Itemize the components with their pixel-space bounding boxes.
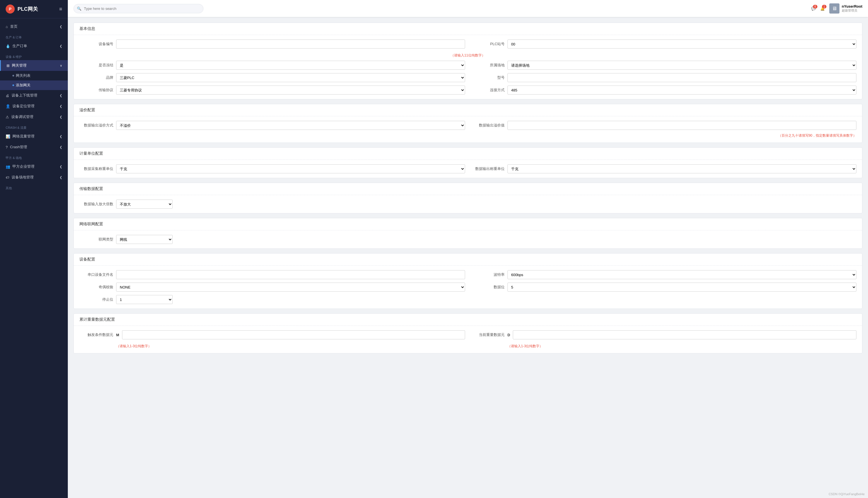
sidebar-item-site-mgmt[interactable]: 🏷 设备场地管理 ❮ xyxy=(0,172,68,183)
label-protocol: 传输协议 xyxy=(79,88,113,93)
dot-add-gateway xyxy=(12,84,14,86)
section-unit-title: 计量单位配置 xyxy=(74,148,862,160)
sidebar-sub-gateway-list[interactable]: 网关列表 xyxy=(0,71,68,80)
label-overflow-method: 数据输出溢价方式 xyxy=(79,123,113,128)
sidebar-arrow-production: ❮ xyxy=(60,44,62,48)
section-title-client: 甲方 & 场地 xyxy=(0,153,68,161)
select-collect-unit[interactable]: 千克克磅 xyxy=(116,164,465,173)
section-device-config-body: 串口设备文件名 波特率 600bps1200bps2400bps4800bps9… xyxy=(74,266,862,309)
section-overflow-title: 溢价配置 xyxy=(74,104,862,116)
select-frozen[interactable]: 是否 xyxy=(116,61,465,70)
form-row-network: 联网类型 网线4GWiFi xyxy=(79,235,856,244)
form-row-1: 设备编号 PLC站号 000102 xyxy=(79,40,856,49)
col-site: 所属场地 请选择场地 xyxy=(471,61,856,70)
sidebar-item-gateway-mgmt[interactable]: ⊞ 网关管理 ∨ xyxy=(0,60,68,71)
sidebar-item-production-label: 生产订单 xyxy=(12,43,58,49)
select-network-type[interactable]: 网线4GWiFi xyxy=(116,235,173,244)
sidebar-item-client-mgmt[interactable]: 👥 甲方企业管理 ❮ xyxy=(0,161,68,172)
client-mgmt-icon: 👥 xyxy=(6,165,10,169)
label-overflow-value: 数据输出溢价值 xyxy=(471,123,505,128)
notification-button[interactable]: 🔔 1 xyxy=(820,6,825,11)
sidebar-item-home-label: 首页 xyxy=(10,24,58,29)
select-protocol[interactable]: 三菱专用协议Modbus xyxy=(116,86,465,95)
select-overflow-method[interactable]: 不溢价百分比指定数量 xyxy=(116,121,465,130)
section-title-crash: CRASH & 流量 xyxy=(0,122,68,131)
sidebar-arrow-home: ❮ xyxy=(60,25,62,28)
label-plc-station: PLC站号 xyxy=(471,41,505,47)
input-device-code[interactable] xyxy=(116,40,465,49)
select-baud-rate[interactable]: 600bps1200bps2400bps4800bps9600bps xyxy=(508,270,856,279)
col-output-unit: 数据输出称重单位 千克克磅 xyxy=(471,164,856,173)
label-network-type: 联网类型 xyxy=(79,237,113,242)
label-site: 所属场地 xyxy=(471,63,505,68)
input-overflow-value[interactable] xyxy=(508,121,856,130)
hint-overflow: （百分之九十请填写90，指定数量请填写具体数字） xyxy=(778,133,856,138)
label-model: 型号 xyxy=(471,75,505,80)
sidebar-arrow-client: ❮ xyxy=(60,165,62,169)
sidebar-item-device-position-label: 设备定位管理 xyxy=(12,104,58,109)
select-brand[interactable]: 三菱PLC西门子欧姆龙 xyxy=(116,73,465,82)
sidebar-arrow-site: ❮ xyxy=(60,175,62,179)
col-connection: 连接方式 485232以太网 xyxy=(471,86,856,95)
message-button[interactable]: 💬 8 xyxy=(811,6,816,11)
network-flow-icon: 📊 xyxy=(6,134,10,139)
select-output-unit[interactable]: 千克克磅 xyxy=(508,164,856,173)
form-row-device-3: 停止位 12 xyxy=(79,295,856,304)
form-row-unit: 数据采集称重单位 千克克磅 数据输出称重单位 千克克磅 xyxy=(79,164,856,173)
form-row-4: 传输协议 三菱专用协议Modbus 连接方式 485232以太网 xyxy=(79,86,856,95)
crash-icon: ? xyxy=(6,145,8,149)
section-title-other: 其他 xyxy=(0,183,68,192)
input-serial-filename[interactable] xyxy=(116,270,465,279)
search-input[interactable] xyxy=(74,4,203,13)
select-connection[interactable]: 485232以太网 xyxy=(508,86,856,95)
sidebar-item-crash-label: Crash管理 xyxy=(10,145,58,149)
input-weight-element[interactable] xyxy=(513,330,856,339)
user-info[interactable]: 🖥 nYuserRoot 超级管理员 xyxy=(829,3,862,14)
sidebar-item-production-order[interactable]: 💧 生产订单 ❮ xyxy=(0,41,68,51)
menu-toggle-button[interactable]: ≡ xyxy=(59,6,62,12)
sidebar-item-network-flow-label: 网络流量管理 xyxy=(12,134,58,139)
sidebar-sub-add-gateway[interactable]: 添加网关 xyxy=(0,80,68,90)
select-data-bits[interactable]: 5678 xyxy=(508,283,856,292)
sidebar-item-device-online[interactable]: 🖨 设备上下线管理 ❮ xyxy=(0,90,68,101)
input-model[interactable] xyxy=(508,73,856,82)
select-stop-bits[interactable]: 12 xyxy=(116,295,173,304)
user-avatar: 🖥 xyxy=(829,3,840,14)
input-trigger-element[interactable] xyxy=(122,330,465,339)
site-mgmt-icon: 🏷 xyxy=(6,175,9,180)
select-site[interactable]: 请选择场地 xyxy=(508,61,856,70)
col-baud-rate: 波特率 600bps1200bps2400bps4800bps9600bps xyxy=(471,270,856,279)
notification-badge: 1 xyxy=(822,5,827,9)
section-device-config: 设备配置 串口设备文件名 波特率 600bps1200bps2400bps480… xyxy=(74,253,862,309)
col-data-bits: 数据位 5678 xyxy=(471,283,856,292)
device-online-icon: 🖨 xyxy=(6,93,9,98)
device-debug-icon: ⚠ xyxy=(6,115,9,119)
section-title-device: 设备 & 维护 xyxy=(0,51,68,60)
select-parity[interactable]: NONEODDEVEN xyxy=(116,283,465,292)
sidebar-arrow-device-online: ❮ xyxy=(60,94,62,97)
section-unit-config: 计量单位配置 数据采集称重单位 千克克磅 数据输出称重单位 千克克磅 xyxy=(74,147,862,178)
hint-row-device-code: （请输入11位纯数字） xyxy=(79,52,856,58)
section-basic-info: 基本信息 设备编号 PLC站号 000102 （请输 xyxy=(74,23,862,100)
gateway-mgmt-icon: ⊞ xyxy=(7,64,10,68)
section-overflow-body: 数据输出溢价方式 不溢价百分比指定数量 数据输出溢价值 （百分之九十请填写90，… xyxy=(74,116,862,143)
section-overflow-config: 溢价配置 数据输出溢价方式 不溢价百分比指定数量 数据输出溢价值 （百 xyxy=(74,104,862,143)
sidebar-arrow-crash: ❮ xyxy=(60,145,62,149)
sidebar-item-device-debug[interactable]: ⚠ 设备调试管理 ❮ xyxy=(0,112,68,122)
select-plc-station[interactable]: 000102 xyxy=(508,40,856,49)
section-cumulative-title: 累计重量数据元配置 xyxy=(74,314,862,326)
section-unit-body: 数据采集称重单位 千克克磅 数据输出称重单位 千克克磅 xyxy=(74,160,862,178)
sidebar-item-crash[interactable]: ? Crash管理 ❮ xyxy=(0,142,68,153)
sidebar-item-home[interactable]: ⌂ 首页 ❮ xyxy=(0,21,68,32)
sidebar-item-device-position[interactable]: 👤 设备定位管理 ❮ xyxy=(0,101,68,112)
sidebar-sub-gateway-list-label: 网关列表 xyxy=(16,73,30,78)
col-protocol: 传输协议 三菱专用协议Modbus xyxy=(79,86,465,95)
section-basic-info-body: 设备编号 PLC站号 000102 （请输入11位纯数字） xyxy=(74,35,862,99)
sidebar-item-client-label: 甲方企业管理 xyxy=(12,164,58,169)
select-amplify[interactable]: 不放大×10×100 xyxy=(116,200,173,209)
form-row-device-2: 奇偶校验 NONEODDEVEN 数据位 5678 xyxy=(79,283,856,292)
label-data-bits: 数据位 xyxy=(471,285,505,290)
sidebar-item-network-flow[interactable]: 📊 网络流量管理 ❮ xyxy=(0,131,68,142)
trigger-prefix: M xyxy=(116,333,119,337)
col-stop-bits: 停止位 12 xyxy=(79,295,465,304)
